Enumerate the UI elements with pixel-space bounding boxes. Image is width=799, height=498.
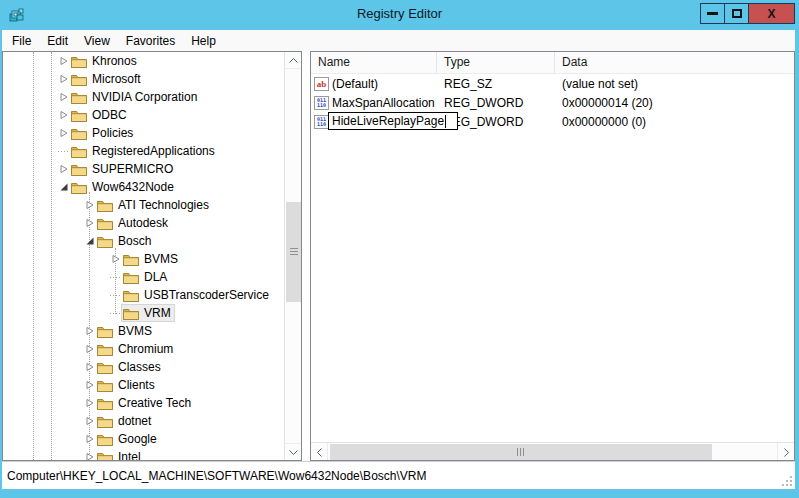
maximize-button[interactable] — [724, 3, 749, 24]
expand-icon[interactable] — [84, 341, 96, 357]
expand-icon[interactable] — [110, 251, 122, 267]
title-bar[interactable]: Registry Editor X — [0, 0, 799, 30]
value-type: REG_DWORD — [437, 96, 555, 110]
minimize-button[interactable] — [700, 3, 725, 24]
registry-tree-pane: KhronosMicrosoftNVIDIA CorporationODBCPo… — [2, 51, 302, 461]
column-header-name[interactable]: Name — [311, 52, 437, 73]
folder-icon — [71, 91, 87, 104]
menu-favorites[interactable]: Favorites — [118, 32, 183, 50]
menu-edit[interactable]: Edit — [39, 32, 76, 50]
value-row--default-[interactable]: ab(Default)REG_SZ(value not set) — [311, 74, 794, 93]
menu-help[interactable]: Help — [183, 32, 224, 50]
value-data: 0x00000014 (20) — [555, 96, 794, 110]
expand-icon[interactable] — [84, 449, 96, 460]
tree-item-creative-tech[interactable]: Creative Tech — [3, 394, 284, 412]
expand-icon[interactable] — [84, 215, 96, 231]
expand-icon[interactable] — [84, 395, 96, 411]
tree-item-nvidia-corporation[interactable]: NVIDIA Corporation — [3, 88, 284, 106]
tree-item-registeredapplications[interactable]: RegisteredApplications — [3, 142, 284, 160]
tree-item-label: Chromium — [118, 342, 173, 356]
expand-icon[interactable] — [84, 413, 96, 429]
tree-item-khronos[interactable]: Khronos — [3, 52, 284, 70]
tree-item-label: Intel — [118, 450, 141, 460]
tree-item-label: SUPERMICRO — [92, 162, 173, 176]
folder-icon — [71, 109, 87, 122]
values-list: ab(Default)REG_SZ(value not set)011110Ma… — [311, 74, 794, 131]
scroll-left-icon[interactable] — [311, 443, 328, 461]
tree-item-bosch[interactable]: Bosch — [3, 232, 284, 250]
dword-value-icon: 011110 — [314, 96, 329, 110]
edit-input-text: HideLiveReplayPage — [332, 114, 444, 128]
status-bar: Computer\HKEY_LOCAL_MACHINE\SOFTWARE\Wow… — [2, 461, 795, 489]
expand-icon[interactable] — [84, 377, 96, 393]
folder-icon — [97, 325, 113, 338]
tree-item-odbc[interactable]: ODBC — [3, 106, 284, 124]
tree-item-autodesk[interactable]: Autodesk — [3, 214, 284, 232]
maximize-icon — [732, 9, 742, 18]
scroll-down-icon[interactable] — [285, 443, 302, 460]
tree-item-clients[interactable]: Clients — [3, 376, 284, 394]
menu-file[interactable]: File — [4, 32, 39, 50]
list-scrollbar-thumb[interactable] — [330, 444, 712, 460]
tree-item-dla[interactable]: DLA — [3, 268, 284, 286]
close-button[interactable]: X — [748, 3, 795, 24]
tree-item-wow6432node[interactable]: Wow6432Node — [3, 178, 284, 196]
main-split-area: KhronosMicrosoftNVIDIA CorporationODBCPo… — [2, 51, 795, 461]
expand-icon[interactable] — [84, 359, 96, 375]
collapse-icon[interactable] — [58, 179, 70, 195]
expand-icon[interactable] — [58, 89, 70, 105]
tree-item-classes[interactable]: Classes — [3, 358, 284, 376]
expand-icon[interactable] — [84, 323, 96, 339]
minimize-icon — [707, 12, 718, 15]
menu-view[interactable]: View — [76, 32, 118, 50]
value-name-edit-input[interactable]: HideLiveReplayPage — [328, 112, 458, 130]
tree-scrollbar-thumb[interactable] — [286, 202, 301, 302]
tree-item-label: BVMS — [118, 324, 152, 338]
expand-icon[interactable] — [84, 431, 96, 447]
expand-icon[interactable] — [58, 71, 70, 87]
scroll-up-icon[interactable] — [285, 52, 302, 69]
values-list-pane: Name Type Data ab(Default)REG_SZ(value n… — [310, 51, 795, 461]
tree-item-google[interactable]: Google — [3, 430, 284, 448]
tree-item-label: BVMS — [144, 252, 178, 266]
resize-grip[interactable] — [781, 475, 793, 487]
tree-item-label: Microsoft — [92, 72, 141, 86]
tree-item-policies[interactable]: Policies — [3, 124, 284, 142]
value-row-hidelivereplaypage[interactable]: 011110REG_DWORD0x00000000 (0)HideLiveRep… — [311, 112, 794, 131]
expand-icon[interactable] — [58, 125, 70, 141]
tree-item-label: Autodesk — [118, 216, 168, 230]
registry-tree: KhronosMicrosoftNVIDIA CorporationODBCPo… — [3, 52, 284, 460]
tree-item-supermicro[interactable]: SUPERMICRO — [3, 160, 284, 178]
tree-item-bvms[interactable]: BVMS — [3, 322, 284, 340]
column-header-type[interactable]: Type — [437, 52, 555, 73]
tree-item-label: Policies — [92, 126, 133, 140]
folder-icon — [123, 307, 139, 320]
value-name: MaxSpanAllocation — [332, 96, 435, 110]
tree-item-intel[interactable]: Intel — [3, 448, 284, 460]
expand-icon[interactable] — [84, 197, 96, 213]
tree-item-ati-technologies[interactable]: ATI Technologies — [3, 196, 284, 214]
tree-item-label: NVIDIA Corporation — [92, 90, 197, 104]
tree-item-label: ATI Technologies — [118, 198, 209, 212]
tree-item-bvms[interactable]: BVMS — [3, 250, 284, 268]
expand-icon[interactable] — [58, 53, 70, 69]
expand-icon[interactable] — [58, 107, 70, 123]
collapse-icon[interactable] — [84, 233, 96, 249]
scroll-right-icon[interactable] — [777, 443, 794, 461]
folder-icon — [71, 145, 87, 158]
list-horizontal-scrollbar[interactable] — [311, 442, 794, 460]
tree-item-vrm[interactable]: VRM — [3, 304, 284, 322]
tree-item-chromium[interactable]: Chromium — [3, 340, 284, 358]
column-header-data[interactable]: Data — [555, 52, 794, 73]
expand-icon[interactable] — [58, 161, 70, 177]
value-row-maxspanallocation[interactable]: 011110MaxSpanAllocationREG_DWORD0x000000… — [311, 93, 794, 112]
menu-bar: FileEditViewFavoritesHelp — [2, 30, 795, 51]
tree-item-label: Google — [118, 432, 157, 446]
tree-item-dotnet[interactable]: dotnet — [3, 412, 284, 430]
tree-item-label: ODBC — [92, 108, 127, 122]
folder-icon — [97, 379, 113, 392]
tree-item-label: DLA — [144, 270, 167, 284]
tree-item-usbtranscoderservice[interactable]: USBTranscoderService — [3, 286, 284, 304]
tree-item-microsoft[interactable]: Microsoft — [3, 70, 284, 88]
tree-vertical-scrollbar[interactable] — [284, 52, 301, 460]
